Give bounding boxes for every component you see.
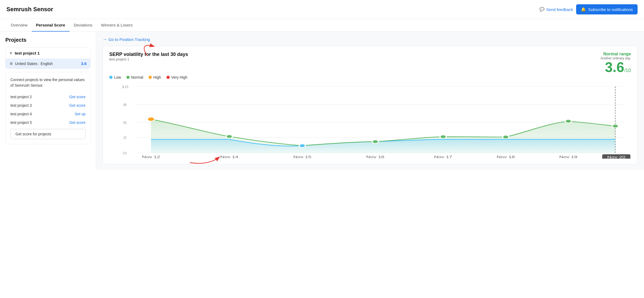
project-3-name: test project 3 xyxy=(10,103,32,108)
legend-dot-normal xyxy=(126,76,130,79)
green-dot-nov14 xyxy=(226,135,232,138)
green-dot-nov19 xyxy=(565,120,571,123)
tab-winners-losers[interactable]: Winners & Losers xyxy=(97,19,137,32)
project-2-name: test project 2 xyxy=(10,95,32,99)
green-dot-nov17 xyxy=(440,135,446,139)
svg-text:8: 8 xyxy=(123,103,127,106)
legend-dot-very-high xyxy=(166,76,170,79)
legend-dot-high xyxy=(149,76,152,79)
svg-text:5: 5 xyxy=(123,121,127,124)
legend-normal: Normal xyxy=(126,75,143,79)
message-icon: 💬 xyxy=(540,7,545,12)
get-score-link-5[interactable]: Get score xyxy=(69,120,86,125)
get-score-link-3[interactable]: Get score xyxy=(69,103,86,108)
svg-text:0: 0 xyxy=(123,151,127,155)
svg-text:Nov 19: Nov 19 xyxy=(559,155,577,159)
sidebar-title: Projects xyxy=(5,37,91,43)
svg-text:Nov 17: Nov 17 xyxy=(434,155,452,159)
nov20-label: Nov 20 xyxy=(607,155,625,159)
get-score-link-2[interactable]: Get score xyxy=(69,95,86,99)
arrow-right-icon: → xyxy=(103,37,107,42)
green-dot-nov16 xyxy=(372,140,378,143)
app-title: Semrush Sensor xyxy=(6,6,53,13)
green-dot-nov18 xyxy=(503,135,509,139)
score-value: 3.6 xyxy=(605,59,624,75)
legend-very-high: Very High xyxy=(166,75,188,79)
blue-dot-nov15 xyxy=(299,144,305,147)
chevron-down-icon: ▼ xyxy=(9,51,13,55)
legend-high: High xyxy=(149,75,161,79)
chart-subtitle: test project 1 xyxy=(109,57,188,61)
get-score-projects-button[interactable]: Get score for projects xyxy=(10,129,86,139)
svg-text:Nov 16: Nov 16 xyxy=(366,155,385,159)
goto-position-tracking-link[interactable]: → Go to Position Tracking xyxy=(103,37,638,42)
main-content: Projects ▼ test project 1 🖥 United State… xyxy=(0,32,644,170)
tab-personal-score[interactable]: Personal Score xyxy=(32,19,69,32)
orange-dot-nov12 xyxy=(147,117,154,121)
connect-description: Connect projects to view the personal va… xyxy=(10,77,86,88)
monitor-icon: 🖥 xyxy=(9,62,13,66)
setup-link-4[interactable]: Set up xyxy=(75,112,86,116)
legend-label-very-high: Very High xyxy=(171,75,188,79)
green-dot-nov20 xyxy=(612,124,618,128)
project-4-name: test project 4 xyxy=(10,112,32,116)
legend-low: Low xyxy=(109,75,121,79)
list-item: test project 2 Get score xyxy=(10,93,86,101)
main-panel: → Go to Position Tracking SERP volatilit… xyxy=(96,32,644,170)
nav-tabs: Overview Personal Score Deviations Winne… xyxy=(0,19,644,32)
header: Semrush Sensor 💬 Send feedback 🔔 Subscri… xyxy=(0,0,644,19)
header-actions: 💬 Send feedback 🔔 Subscribe to notificat… xyxy=(540,4,638,14)
project-5-name: test project 5 xyxy=(10,120,32,125)
svg-text:Nov 12: Nov 12 xyxy=(142,155,160,159)
chart-svg: 10 8 5 2 0 xyxy=(109,84,631,159)
score-display: 3.6/10 xyxy=(600,60,631,74)
project-name: test project 1 xyxy=(15,51,40,55)
project-score: 3.6 xyxy=(81,61,87,66)
chart-header: SERP volatility for the last 30 days tes… xyxy=(109,52,631,74)
send-feedback-button[interactable]: 💬 Send feedback xyxy=(540,7,573,12)
legend-label-normal: Normal xyxy=(131,75,143,79)
svg-text:Nov 14: Nov 14 xyxy=(220,155,238,159)
score-range-label: Normal range xyxy=(600,52,631,56)
project-locale: United States · English xyxy=(15,62,79,66)
chart-area: 10 8 5 2 0 xyxy=(109,84,631,159)
tab-deviations[interactable]: Deviations xyxy=(69,19,97,32)
list-item: test project 3 Get score xyxy=(10,101,86,110)
score-max: /10 xyxy=(624,68,631,73)
legend-label-low: Low xyxy=(114,75,121,79)
svg-text:10: 10 xyxy=(122,85,129,89)
svg-text:Nov 18: Nov 18 xyxy=(497,155,515,159)
chart-card: SERP volatility for the last 30 days tes… xyxy=(103,46,638,164)
project-header[interactable]: ▼ test project 1 xyxy=(6,48,90,59)
bell-icon: 🔔 xyxy=(581,7,586,12)
score-section: Normal range Another ordinary day. 3.6/1… xyxy=(600,52,631,74)
project-locale-item[interactable]: 🖥 United States · English 3.6 xyxy=(6,59,90,68)
svg-text:Nov 15: Nov 15 xyxy=(293,155,311,159)
svg-text:2: 2 xyxy=(123,136,127,139)
subscribe-button[interactable]: 🔔 Subscribe to notifications xyxy=(576,4,638,14)
project-group: ▼ test project 1 🖥 United States · Engli… xyxy=(5,47,91,69)
legend-dot-low xyxy=(109,76,112,79)
sidebar: Projects ▼ test project 1 🖥 United State… xyxy=(0,32,96,170)
list-item: test project 4 Set up xyxy=(10,110,86,118)
chart-title: SERP volatility for the last 30 days xyxy=(109,52,188,57)
chart-legend: Low Normal High Very High xyxy=(109,75,631,79)
list-item: test project 5 Get score xyxy=(10,118,86,127)
tab-overview[interactable]: Overview xyxy=(6,19,32,32)
chart-title-section: SERP volatility for the last 30 days tes… xyxy=(109,52,188,66)
legend-label-high: High xyxy=(153,75,161,79)
connect-box: Connect projects to view the personal va… xyxy=(5,72,91,144)
